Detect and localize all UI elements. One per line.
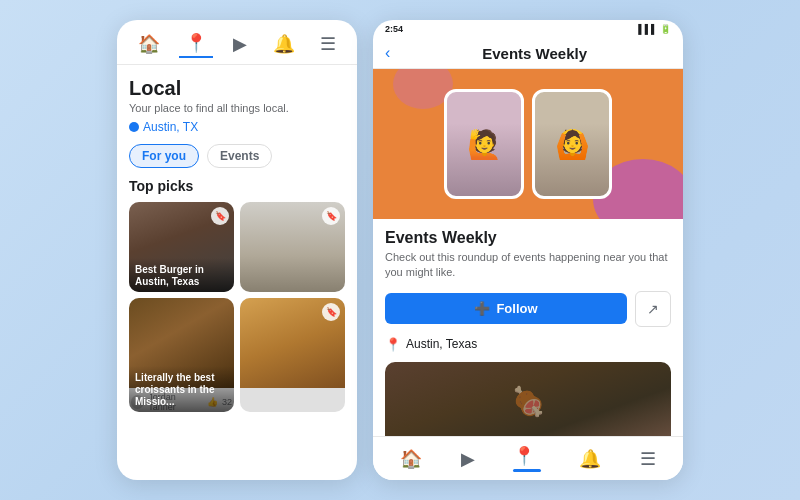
tabs-row: For you Events: [129, 144, 345, 168]
card-overlay: Best Burger in Austin, Texas: [129, 258, 234, 292]
card-bread[interactable]: 🔖: [240, 298, 345, 412]
location-text: Austin, TX: [143, 120, 198, 134]
person-silhouette-2: 🙆: [535, 92, 609, 196]
bottom-video-icon[interactable]: ▶: [455, 446, 481, 472]
active-indicator: [513, 469, 541, 472]
card-overlay-text: Best Burger in Austin, Texas: [135, 264, 228, 288]
status-bar: 2:54 ▌▌▌ 🔋: [373, 20, 683, 36]
signal-icons: ▌▌▌ 🔋: [638, 24, 671, 34]
menu-icon[interactable]: ☰: [314, 31, 342, 57]
location-pin-icon: [129, 122, 139, 132]
share-icon: ↗: [647, 301, 659, 317]
card-badge-icon-4: 🔖: [322, 303, 340, 321]
tab-for-you[interactable]: For you: [129, 144, 199, 168]
card-door[interactable]: 🔖: [240, 202, 345, 292]
card-badge-icon-2: 🔖: [322, 207, 340, 225]
share-button[interactable]: ↗: [635, 291, 671, 327]
location-pin-icon-right: 📍: [385, 337, 401, 352]
bottom-location-icon[interactable]: 📍: [507, 443, 547, 474]
top-picks-label: Top picks: [129, 178, 345, 194]
page-title: Local: [129, 77, 345, 100]
top-bar: ‹ Events Weekly: [373, 36, 683, 69]
tab-events[interactable]: Events: [207, 144, 272, 168]
location-icon[interactable]: 📍: [179, 30, 213, 58]
location-line[interactable]: Austin, TX: [129, 120, 345, 134]
top-picks-grid: 🔖 Best Burger in Austin, Texas 🔖 Literal…: [129, 202, 345, 412]
events-desc: Check out this roundup of events happeni…: [385, 250, 671, 281]
page-subtitle: Your place to find all things local.: [129, 102, 345, 114]
follow-icon: ➕: [474, 301, 490, 316]
left-phone: 🏠 📍 ▶ 🔔 ☰ Local Your place to find all t…: [117, 20, 357, 480]
hero-photo-2: 🙆: [532, 89, 612, 199]
time: 2:54: [385, 24, 403, 34]
card-overlay-text-pastry: Literally the best croissants in the Mis…: [135, 372, 228, 408]
card-burger[interactable]: 🔖 Best Burger in Austin, Texas: [129, 202, 234, 292]
card-pastry[interactable]: Literally the best croissants in the Mis…: [129, 298, 234, 412]
action-row: ➕ Follow ↗: [385, 291, 671, 327]
video-icon[interactable]: ▶: [227, 31, 253, 57]
home-icon[interactable]: 🏠: [132, 31, 166, 57]
right-content: Events Weekly Check out this roundup of …: [373, 219, 683, 455]
person-silhouette-1: 🙋: [447, 92, 521, 196]
location-label: Austin, Texas: [406, 337, 477, 351]
follow-button[interactable]: ➕ Follow: [385, 293, 627, 324]
left-nav-bar: 🏠 📍 ▶ 🔔 ☰: [117, 20, 357, 65]
card-overlay-pastry: Literally the best croissants in the Mis…: [129, 366, 234, 412]
header-title: Events Weekly: [398, 45, 671, 62]
bbq-icon: 🍖: [511, 385, 546, 418]
hero-photos: 🙋 🙆: [444, 89, 612, 199]
bottom-nav-right: 🏠 ▶ 📍 🔔 ☰: [373, 436, 683, 480]
right-phone: 2:54 ▌▌▌ 🔋 ‹ Events Weekly 🙋 🙆 Events We…: [373, 20, 683, 480]
bottom-home-icon[interactable]: 🏠: [394, 446, 428, 472]
back-button[interactable]: ‹: [385, 44, 390, 62]
bottom-bell-icon[interactable]: 🔔: [573, 446, 607, 472]
left-content: Local Your place to find all things loca…: [117, 65, 357, 475]
events-title: Events Weekly: [385, 229, 671, 247]
hero-banner: 🙋 🙆: [373, 69, 683, 219]
follow-label: Follow: [496, 301, 537, 316]
hero-photo-1: 🙋: [444, 89, 524, 199]
bell-icon[interactable]: 🔔: [267, 31, 301, 57]
bottom-menu-icon[interactable]: ☰: [634, 446, 662, 472]
location-row: 📍 Austin, Texas: [385, 337, 671, 352]
card-badge-icon: 🔖: [211, 207, 229, 225]
event-card-image: 🍖: [385, 362, 671, 442]
